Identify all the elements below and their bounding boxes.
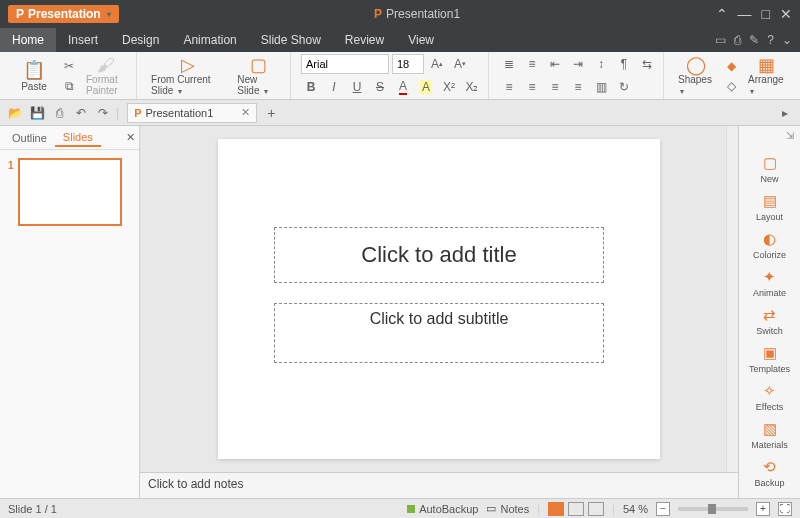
help-icon[interactable]: ? [767, 33, 774, 47]
menu-home[interactable]: Home [0, 28, 56, 52]
rp-materials[interactable]: ▧Materials [739, 416, 800, 454]
font-name-input[interactable] [301, 54, 389, 74]
notes-pane[interactable]: Click to add notes [140, 472, 738, 498]
rp-new[interactable]: ▢New [739, 150, 800, 188]
rp-layout[interactable]: ▤Layout [739, 188, 800, 226]
menu-right-icons: ▭ ⎙ ✎ ? ⌄ [715, 28, 800, 52]
zoom-slider[interactable] [678, 507, 748, 511]
clipboard-group: 📋 Paste ✂ ⧉ 🖌 Format Painter [6, 52, 137, 99]
reading-view-button[interactable] [588, 502, 604, 516]
arrange-button[interactable]: ▦ Arrange ▾ [744, 54, 788, 98]
bold-button[interactable]: B [301, 77, 321, 97]
align-left-button[interactable]: ≡ [499, 77, 519, 97]
increase-indent-button[interactable]: ⇥ [568, 54, 588, 74]
columns-button[interactable]: ▥ [591, 77, 611, 97]
paste-button[interactable]: 📋 Paste [12, 54, 56, 98]
app-logo-icon: P [16, 7, 24, 21]
format-painter-icon: 🖌 [97, 56, 115, 74]
maximize-button[interactable]: □ [762, 6, 770, 22]
line-spacing-button[interactable]: ↕ [591, 54, 611, 74]
justify-button[interactable]: ≡ [568, 77, 588, 97]
new-tab-button[interactable]: + [267, 105, 275, 121]
zoom-out-button[interactable]: − [656, 502, 670, 516]
subscript-button[interactable]: X₂ [462, 77, 482, 97]
font-size-input[interactable] [392, 54, 424, 74]
document-tab[interactable]: PPresentation1 ✕ [127, 103, 257, 123]
vertical-scrollbar[interactable] [726, 126, 738, 472]
fit-button[interactable]: ⛶ [778, 502, 792, 516]
menu-insert[interactable]: Insert [56, 28, 110, 52]
thumbnails-area[interactable]: 1 [0, 150, 139, 498]
rp-templates[interactable]: ▣Templates [739, 340, 800, 378]
strike-button[interactable]: S [370, 77, 390, 97]
save-icon[interactable]: 💾 [28, 104, 46, 122]
rp-backup[interactable]: ⟲Backup [739, 454, 800, 492]
close-button[interactable]: ✕ [780, 6, 792, 22]
align-center-button[interactable]: ≡ [522, 77, 542, 97]
rp-colorize[interactable]: ◐Colorize [739, 226, 800, 264]
collapse-ribbon-icon[interactable]: ⌄ [782, 33, 792, 47]
autobackup-indicator[interactable]: AutoBackup [407, 503, 478, 515]
highlight-button[interactable]: A [416, 77, 436, 97]
cut-button[interactable]: ✂ [60, 57, 78, 75]
editor-area: Click to add title Click to add subtitle… [140, 126, 738, 498]
window-caret-icon[interactable]: ⌃ [716, 6, 728, 22]
menu-bar: Home Insert Design Animation Slide Show … [0, 28, 800, 52]
numbering-button[interactable]: ≡ [522, 54, 542, 74]
decrease-indent-button[interactable]: ⇤ [545, 54, 565, 74]
notes-icon: ▭ [486, 502, 496, 515]
from-current-slide-button[interactable]: ▷ From Current Slide ▾ [147, 54, 229, 98]
rotate-text-button[interactable]: ↻ [614, 77, 634, 97]
new-slide-button[interactable]: ▢ New Slide ▾ [233, 54, 284, 98]
format-painter-button[interactable]: 🖌 Format Painter [82, 54, 130, 98]
panel-toggle-icon[interactable]: ▸ [776, 104, 794, 122]
app-badge[interactable]: P Presentation ▾ [8, 5, 119, 23]
superscript-button[interactable]: X² [439, 77, 459, 97]
open-icon[interactable]: 📂 [6, 104, 24, 122]
undo-icon[interactable]: ↶ [72, 104, 90, 122]
redo-icon[interactable]: ↷ [94, 104, 112, 122]
normal-view-button[interactable] [548, 502, 564, 516]
slide[interactable]: Click to add title Click to add subtitle [218, 139, 660, 459]
rp-effects[interactable]: ✧Effects [739, 378, 800, 416]
sorter-view-button[interactable] [568, 502, 584, 516]
menu-view[interactable]: View [396, 28, 446, 52]
print-quick-icon[interactable]: ⎙ [50, 104, 68, 122]
close-panel-icon[interactable]: ✕ [126, 131, 135, 144]
underline-button[interactable]: U [347, 77, 367, 97]
notes-toggle[interactable]: ▭ Notes [486, 502, 529, 515]
italic-button[interactable]: I [324, 77, 344, 97]
rp-switch[interactable]: ⇄Switch [739, 302, 800, 340]
menu-design[interactable]: Design [110, 28, 171, 52]
align-right-button[interactable]: ≡ [545, 77, 565, 97]
grow-font-button[interactable]: A▴ [427, 54, 447, 74]
close-tab-icon[interactable]: ✕ [241, 106, 250, 119]
menu-animation[interactable]: Animation [171, 28, 248, 52]
rp-animate[interactable]: ✦Animate [739, 264, 800, 302]
print-icon[interactable]: ⎙ [734, 33, 741, 47]
bullets-button[interactable]: ≣ [499, 54, 519, 74]
menu-review[interactable]: Review [333, 28, 396, 52]
zoom-in-button[interactable]: + [756, 502, 770, 516]
canvas[interactable]: Click to add title Click to add subtitle [140, 126, 738, 472]
status-dot-icon [407, 505, 415, 513]
shapes-button[interactable]: ◯ Shapes ▾ [674, 54, 718, 98]
paste-icon: 📋 [23, 59, 45, 81]
subtitle-placeholder[interactable]: Click to add subtitle [274, 303, 604, 363]
slides-tab[interactable]: Slides [55, 129, 101, 147]
outline-button[interactable]: ◇ [722, 77, 740, 95]
minimize-button[interactable]: — [738, 6, 752, 22]
window-list-icon[interactable]: ▭ [715, 33, 726, 47]
outline-tab[interactable]: Outline [4, 130, 55, 146]
shrink-font-button[interactable]: A▾ [450, 54, 470, 74]
text-direction-button[interactable]: ⇆ [637, 54, 657, 74]
right-panel-pin-icon[interactable]: ⇲ [739, 130, 800, 150]
paragraph-mark-button[interactable]: ¶ [614, 54, 634, 74]
copy-button[interactable]: ⧉ [60, 77, 78, 95]
font-color-button[interactable]: A [393, 77, 413, 97]
slide-thumbnail[interactable]: 1 [18, 158, 122, 226]
menu-slide-show[interactable]: Slide Show [249, 28, 333, 52]
tool-icon[interactable]: ✎ [749, 33, 759, 47]
fill-button[interactable]: ◆ [722, 57, 740, 75]
title-placeholder[interactable]: Click to add title [274, 227, 604, 283]
